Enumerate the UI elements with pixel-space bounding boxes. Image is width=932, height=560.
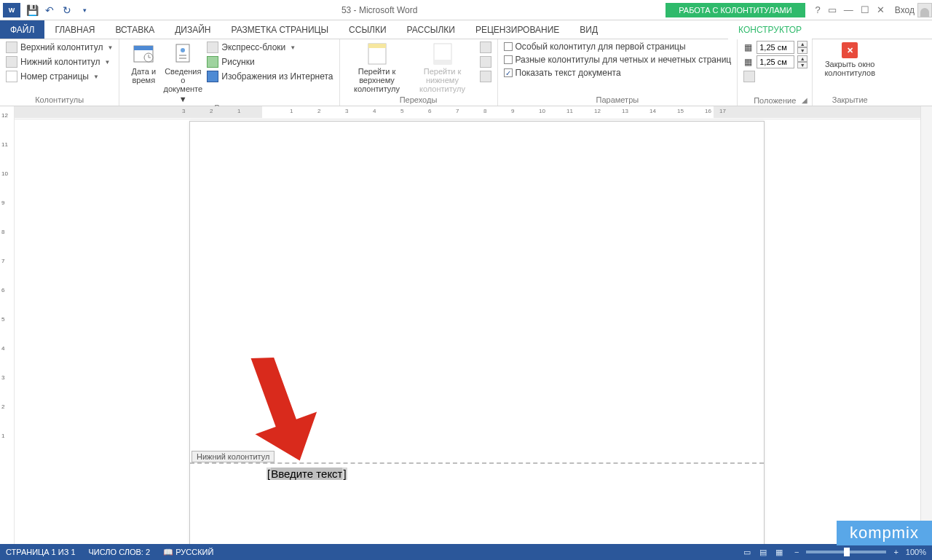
minimize-button[interactable]: ―	[844, 4, 853, 15]
tab-view[interactable]: ВИД	[569, 20, 608, 39]
svg-rect-7	[179, 55, 186, 56]
user-avatar-icon[interactable]	[917, 3, 932, 17]
zoom-out-button[interactable]: −	[794, 548, 799, 556]
spin-down[interactable]: ▼	[797, 47, 807, 54]
page-number-dropdown[interactable]: Номер страницы▼	[4, 70, 114, 83]
status-page[interactable]: СТРАНИЦА 1 ИЗ 1	[6, 548, 76, 556]
qat-redo-button[interactable]: ↻	[58, 1, 76, 19]
ruler-tick: 8	[483, 108, 486, 114]
header-from-top-spinner[interactable]: ▦ ▲▼	[742, 41, 807, 54]
footer-placeholder-field[interactable]: [Введите текст]	[266, 468, 347, 481]
status-bar: СТРАНИЦА 1 ИЗ 1 ЧИСЛО СЛОВ: 2 📖 РУССКИЙ …	[0, 544, 932, 560]
spin-up[interactable]: ▲	[797, 55, 807, 62]
quick-parts-button[interactable]: Экспресс-блоки▼	[205, 41, 334, 54]
date-time-button[interactable]: Дата и время	[124, 41, 163, 84]
chevron-down-icon: ▼	[179, 95, 187, 103]
insert-alignment-tab-button[interactable]	[742, 70, 807, 83]
different-first-page-checkbox[interactable]: Особый колонтитул для первой страницы	[502, 41, 733, 52]
online-pictures-button[interactable]: Изображения из Интернета	[205, 70, 334, 83]
ruler-tick: 16	[705, 108, 711, 114]
tab-header-footer-design[interactable]: КОНСТРУКТОР	[728, 21, 812, 39]
vertical-scrollbar[interactable]	[920, 106, 932, 544]
goto-footer-label: Перейти к нижнему колонтитулу	[410, 67, 475, 93]
status-language[interactable]: 📖 РУССКИЙ	[163, 548, 213, 557]
ruler-tick: 15	[677, 108, 684, 114]
show-document-text-checkbox[interactable]: ✓Показать текст документа	[502, 67, 733, 79]
header-dropdown[interactable]: Верхний колонтитул▼	[4, 41, 114, 54]
view-mode-buttons[interactable]: ▭▤▦	[739, 548, 787, 557]
group-label-position: Положение	[742, 96, 807, 106]
document-info-button[interactable]: Сведения о документе▼	[163, 41, 202, 103]
qat-save-button[interactable]: 💾	[23, 1, 41, 19]
svg-point-6	[181, 48, 185, 52]
ruler-tick: 1	[1, 433, 4, 439]
tab-insert[interactable]: ВСТАВКА	[105, 20, 165, 39]
close-header-footer-label: Закрыть окно колонтитулов	[817, 60, 882, 77]
footer-from-bottom-spinner[interactable]: ▦ ▲▼	[742, 55, 807, 68]
online-pictures-label: Изображения из Интернета	[221, 71, 333, 82]
contextual-tab-label: РАБОТА С КОЛОНТИТУЛАМИ	[666, 3, 805, 17]
close-header-footer-button[interactable]: ✕ Закрыть окно колонтитулов	[817, 41, 882, 77]
read-mode-icon[interactable]: ▭	[739, 548, 755, 557]
chevron-down-icon: ▼	[105, 59, 111, 66]
ruler-tick: 2	[317, 108, 320, 114]
zoom-slider[interactable]	[806, 551, 886, 553]
tab-page-layout[interactable]: РАЗМЕТКА СТРАНИЦЫ	[221, 20, 339, 39]
horizontal-ruler[interactable]: 3 2 1 1 2 3 4 5 6 7 8 9 10 11 12 13 14 1…	[15, 106, 920, 119]
chevron-down-icon: ▼	[290, 44, 296, 51]
svg-rect-8	[179, 58, 186, 59]
pictures-button[interactable]: Рисунки	[205, 55, 334, 68]
goto-header-button[interactable]: Перейти к верхнему колонтитулу	[344, 41, 410, 93]
tab-file[interactable]: ФАЙЛ	[0, 20, 44, 39]
document-page[interactable]: Нижний колонтитул [Введите текст]	[189, 121, 765, 544]
online-pictures-icon	[207, 71, 218, 82]
tab-design[interactable]: ДИЗАЙН	[165, 20, 221, 39]
tab-home[interactable]: ГЛАВНАЯ	[44, 20, 105, 39]
status-word-count[interactable]: ЧИСЛО СЛОВ: 2	[89, 548, 151, 556]
odd-even-checkbox[interactable]: Разные колонтитулы для четных и нечетных…	[502, 54, 733, 66]
ribbon-display-button[interactable]: ▭	[828, 4, 837, 15]
svg-marker-13	[241, 351, 328, 468]
ruler-tick: 11	[1, 141, 8, 148]
footer-label: Нижний колонтитул	[20, 57, 100, 67]
header-from-top-input[interactable]	[757, 41, 794, 54]
footer-dropdown[interactable]: Нижний колонтитул▼	[4, 55, 114, 68]
sign-in-link[interactable]: Вход	[892, 5, 917, 15]
footer-position-icon: ▦	[742, 56, 754, 68]
group-label-options: Параметры	[502, 95, 733, 106]
dialog-launcher-icon[interactable]: ◢	[802, 96, 807, 104]
tab-review[interactable]: РЕЦЕНЗИРОВАНИЕ	[465, 20, 569, 39]
maximize-button[interactable]: ☐	[861, 4, 869, 15]
qat-undo-button[interactable]: ↶	[41, 1, 58, 19]
goto-header-label: Перейти к верхнему колонтитулу	[344, 67, 410, 93]
ruler-tick: 10	[1, 170, 8, 177]
print-layout-icon[interactable]: ▤	[755, 548, 771, 557]
ruler-tick: 10	[539, 108, 545, 114]
tab-references[interactable]: ССЫЛКИ	[339, 20, 396, 39]
ruler-tick: 2	[1, 403, 4, 410]
ruler-tick: 17	[719, 108, 726, 114]
window-title: 53 - Microsoft Word	[93, 5, 666, 15]
zoom-level[interactable]: 100%	[906, 548, 926, 556]
group-label-headers: Колонтитулы	[4, 95, 114, 106]
footer-from-bottom-input[interactable]	[757, 55, 794, 68]
header-icon	[6, 42, 17, 53]
goto-header-icon	[366, 42, 389, 66]
checkbox-icon	[504, 42, 513, 51]
link-icon	[480, 71, 491, 82]
svg-rect-12	[434, 60, 451, 64]
ruler-tick: 3	[182, 108, 185, 114]
pictures-label: Рисунки	[221, 57, 254, 67]
qat-customize-button[interactable]: ▾	[76, 1, 93, 19]
web-layout-icon[interactable]: ▦	[771, 548, 787, 557]
spin-up[interactable]: ▲	[797, 41, 807, 47]
spin-down[interactable]: ▼	[797, 62, 807, 68]
ruler-margin-shade	[714, 106, 920, 118]
close-window-button[interactable]: ✕	[877, 4, 885, 15]
vertical-ruler[interactable]: 12 11 10 9 8 7 6 5 4 3 2 1	[0, 106, 15, 544]
zoom-in-button[interactable]: +	[893, 548, 898, 556]
ruler-tick: 3	[1, 374, 4, 381]
help-button[interactable]: ?	[816, 4, 821, 15]
tab-mailings[interactable]: РАССЫЛКИ	[397, 20, 465, 39]
goto-footer-icon	[431, 42, 454, 66]
